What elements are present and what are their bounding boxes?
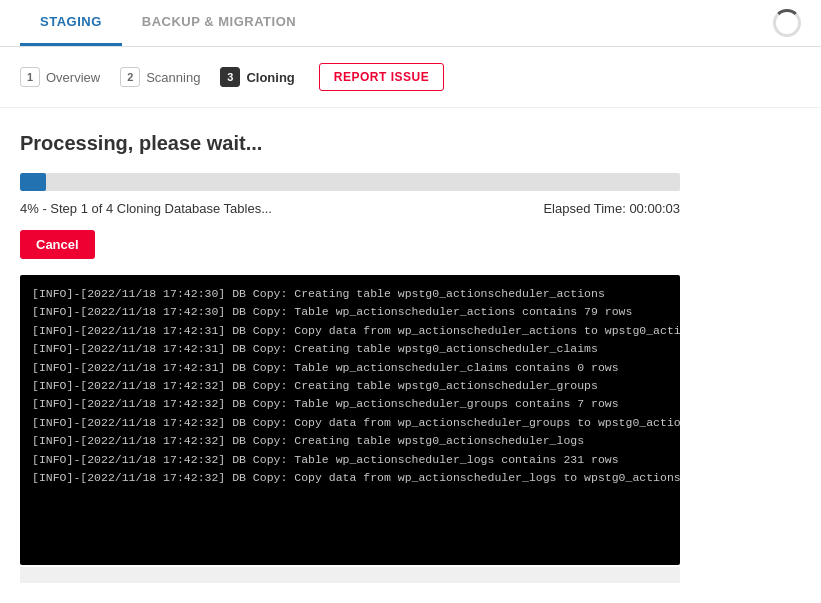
step-3-label: Cloning [246, 70, 294, 85]
elapsed-value: 00:00:03 [629, 201, 680, 216]
step-2-label: Scanning [146, 70, 200, 85]
main-container: STAGING BACKUP & MIGRATION 1 Overview 2 … [0, 0, 821, 603]
elapsed-label: Elapsed Time: [543, 201, 625, 216]
progress-bar-fill [20, 173, 46, 191]
report-issue-button[interactable]: REPORT ISSUE [319, 63, 444, 91]
log-line: [INFO]-[2022/11/18 17:42:32] DB Copy: Co… [32, 414, 668, 432]
step-2-num: 2 [120, 67, 140, 87]
step-3[interactable]: 3 Cloning [220, 67, 294, 87]
step-1-num: 1 [20, 67, 40, 87]
log-line: [INFO]-[2022/11/18 17:42:31] DB Copy: Co… [32, 322, 668, 340]
step-3-num: 3 [220, 67, 240, 87]
tab-backup-migration[interactable]: BACKUP & MIGRATION [122, 0, 316, 46]
elapsed-time: Elapsed Time: 00:00:03 [543, 201, 680, 216]
log-line: [INFO]-[2022/11/18 17:42:32] DB Copy: Ta… [32, 395, 668, 413]
log-output[interactable]: [INFO]-[2022/11/18 17:42:30] DB Copy: Cr… [20, 275, 680, 565]
log-line: [INFO]-[2022/11/18 17:42:31] DB Copy: Ta… [32, 359, 668, 377]
steps-bar: 1 Overview 2 Scanning 3 Cloning REPORT I… [0, 47, 821, 108]
log-line: [INFO]-[2022/11/18 17:42:32] DB Copy: Cr… [32, 432, 668, 450]
progress-bar-container [20, 173, 680, 191]
processing-title: Processing, please wait... [20, 132, 801, 155]
progress-text: 4% - Step 1 of 4 Cloning Database Tables… [20, 201, 272, 216]
log-line: [INFO]-[2022/11/18 17:42:31] DB Copy: Cr… [32, 340, 668, 358]
tab-spinner-area [773, 9, 801, 37]
log-line: [INFO]-[2022/11/18 17:42:30] DB Copy: Ta… [32, 303, 668, 321]
step-1[interactable]: 1 Overview [20, 67, 100, 87]
content-area: Processing, please wait... 4% - Step 1 o… [0, 108, 821, 603]
log-line: [INFO]-[2022/11/18 17:42:30] DB Copy: Cr… [32, 285, 668, 303]
cancel-button[interactable]: Cancel [20, 230, 95, 259]
log-line: [INFO]-[2022/11/18 17:42:32] DB Copy: Cr… [32, 377, 668, 395]
tab-bar: STAGING BACKUP & MIGRATION [0, 0, 821, 47]
step-2[interactable]: 2 Scanning [120, 67, 200, 87]
step-1-label: Overview [46, 70, 100, 85]
tab-staging[interactable]: STAGING [20, 0, 122, 46]
log-line: [INFO]-[2022/11/18 17:42:32] DB Copy: Co… [32, 469, 668, 487]
progress-info: 4% - Step 1 of 4 Cloning Database Tables… [20, 201, 680, 216]
log-scrollbar[interactable] [20, 567, 680, 583]
log-line: [INFO]-[2022/11/18 17:42:32] DB Copy: Ta… [32, 451, 668, 469]
scrollbar-inner [20, 567, 680, 568]
loading-spinner [773, 9, 801, 37]
